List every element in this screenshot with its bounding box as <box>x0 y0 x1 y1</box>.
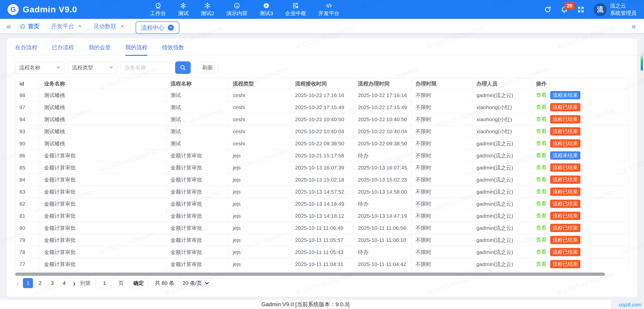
view-link[interactable]: 查看 <box>536 140 547 146</box>
vertical-scrollbar-thumb[interactable] <box>641 52 643 71</box>
view-link[interactable]: 查看 <box>536 176 547 182</box>
cell-type: ceshi <box>229 138 291 150</box>
view-link[interactable]: 查看 <box>536 249 547 255</box>
cell-handler: gadmin(流之云) <box>472 150 532 162</box>
table-row: 82金额计算审批金额计算审批jejs2025-10-13 14:18:49待办不… <box>15 198 629 210</box>
page-size-select[interactable]: 20 条/页 <box>179 278 212 288</box>
search-button[interactable] <box>175 61 191 74</box>
fullscreen-icon[interactable] <box>577 6 585 13</box>
view-link[interactable]: 查看 <box>536 225 547 231</box>
user-menu[interactable]: 流 流之云 系统管理员 <box>594 2 636 17</box>
cell-handler: xiaohong(小红) <box>472 125 532 138</box>
cell-handled: 2025-10-13 14:58:00 <box>354 186 411 198</box>
tab-2[interactable]: 开发平台× <box>51 22 82 30</box>
tab-1[interactable]: 首页 <box>20 22 39 30</box>
nav-item-3[interactable]: 测试2 <box>201 2 214 17</box>
process-type-select[interactable]: 流程类型 <box>68 62 117 74</box>
tab-3[interactable]: 灵动数联× <box>93 22 124 30</box>
nav-item-1[interactable]: 工作台 <box>150 2 166 17</box>
cell-business: 测试蟠桃 <box>40 138 166 150</box>
process-name-select[interactable]: 流程名称 <box>15 62 64 74</box>
status-badge: 流程已结束 <box>550 139 580 148</box>
notifications-bell-icon[interactable]: 28 <box>560 6 568 13</box>
header-nav: 工作台测试测试2演示内容测试3企业中枢开发平台 <box>150 2 339 17</box>
cell-id: 84 <box>15 174 40 186</box>
cell-process: 测试 <box>166 138 229 150</box>
view-link[interactable]: 查看 <box>536 189 547 194</box>
close-icon[interactable]: × <box>78 23 82 30</box>
prev-page-button[interactable]: ‹ <box>15 279 21 287</box>
subtab-1[interactable]: 在办流程 <box>15 44 37 56</box>
page-button-1[interactable]: 1 <box>23 278 33 288</box>
tabs-collapse-left-icon[interactable]: « <box>7 22 11 30</box>
cell-id: 79 <box>15 234 40 246</box>
confirm-jump-button[interactable]: 确定 <box>129 278 148 288</box>
subtab-5[interactable]: 绩效指数 <box>162 44 184 56</box>
subtab-2[interactable]: 已办流程 <box>52 44 74 56</box>
view-link[interactable]: 查看 <box>536 92 547 98</box>
refresh-list-button[interactable]: 刷新 <box>196 62 219 73</box>
view-link[interactable]: 查看 <box>536 152 547 158</box>
view-link[interactable]: 查看 <box>536 128 547 134</box>
page-button-3[interactable]: 3 <box>47 278 57 288</box>
cell-type: jejs <box>229 186 291 198</box>
column-header-1: id <box>15 78 40 89</box>
status-badge: 流程已结束 <box>550 175 580 184</box>
filter-row: 流程名称 流程类型 刷新 <box>15 61 629 74</box>
tab-4[interactable]: 流程中心× <box>136 21 179 34</box>
nav-item-2[interactable]: 测试 <box>178 2 189 17</box>
logo-letter: G <box>10 6 16 14</box>
view-link[interactable]: 查看 <box>536 237 547 243</box>
nav-item-6[interactable]: 企业中枢 <box>285 2 306 17</box>
page-list: 1234 <box>23 278 69 288</box>
close-icon[interactable]: × <box>120 23 124 30</box>
nav-item-5[interactable]: 测试3 <box>260 2 273 17</box>
view-link[interactable]: 查看 <box>536 261 547 267</box>
cell-actions: 查看流程未结束 <box>532 89 629 101</box>
cell-handler: gadmin(流之云) <box>472 174 532 186</box>
next-page-button[interactable]: › <box>71 279 77 287</box>
tabs-collapse-right-icon[interactable]: » <box>631 22 636 30</box>
view-link[interactable]: 查看 <box>536 104 547 110</box>
cell-received: 2025-10-22 17:15:49 <box>291 101 354 113</box>
cell-process: 金额计算审批 <box>166 222 229 234</box>
cell-process: 测试 <box>166 101 229 113</box>
page-size-value: 20 条/页 <box>183 280 202 287</box>
business-name-input[interactable] <box>121 62 170 74</box>
nav-item-label: 测试3 <box>260 10 273 17</box>
cell-handler: gadmin(流之云) <box>472 234 532 246</box>
column-header-7: 办理时限 <box>411 78 472 89</box>
cell-actions: 查看流程已结束 <box>532 246 629 258</box>
cell-limit: 不限时 <box>411 150 472 162</box>
tab-label: 流程中心 <box>141 24 164 32</box>
cell-id: 93 <box>15 125 40 138</box>
column-header-4: 流程类型 <box>229 78 291 89</box>
table-row: 77金额计算审批金额计算审批jejs2025-10-11 11:04:31202… <box>15 258 629 270</box>
smiley-icon <box>233 2 240 9</box>
close-icon[interactable]: × <box>168 25 174 31</box>
page-button-2[interactable]: 2 <box>35 278 45 288</box>
grid-icon <box>292 2 299 9</box>
view-link[interactable]: 查看 <box>536 213 547 218</box>
nav-item-4[interactable]: 演示内容 <box>226 2 248 17</box>
view-link[interactable]: 查看 <box>536 116 547 122</box>
cell-id: 82 <box>15 198 40 210</box>
cell-received: 2025-10-11 11:04:31 <box>291 258 354 270</box>
jump-page-input[interactable] <box>95 278 114 288</box>
cell-id: 83 <box>15 186 40 198</box>
view-link[interactable]: 查看 <box>536 164 547 170</box>
view-link[interactable]: 查看 <box>536 201 547 206</box>
page: id:12025-10-23gadminid:12025-10-23gadmin… <box>0 0 644 309</box>
subtab-4[interactable]: 我的流程 <box>125 44 147 56</box>
cell-business: 测试蟠桃 <box>40 89 166 101</box>
cell-handled: 2025-10-13 14:47:19 <box>354 210 411 222</box>
cell-actions: 查看流程已结束 <box>532 210 629 222</box>
page-button-4[interactable]: 4 <box>59 278 69 288</box>
horizontal-scrollbar-thumb[interactable] <box>15 273 605 276</box>
cell-process: 金额计算审批 <box>166 234 229 246</box>
table-row: 94测试蟠桃测试ceshi2025-10-22 10:40:502025-10-… <box>15 113 629 125</box>
app-logo: G <box>8 4 19 15</box>
refresh-icon[interactable] <box>544 6 551 13</box>
subtab-3[interactable]: 我的会签 <box>89 44 111 56</box>
nav-item-7[interactable]: 开发平台 <box>318 2 339 17</box>
